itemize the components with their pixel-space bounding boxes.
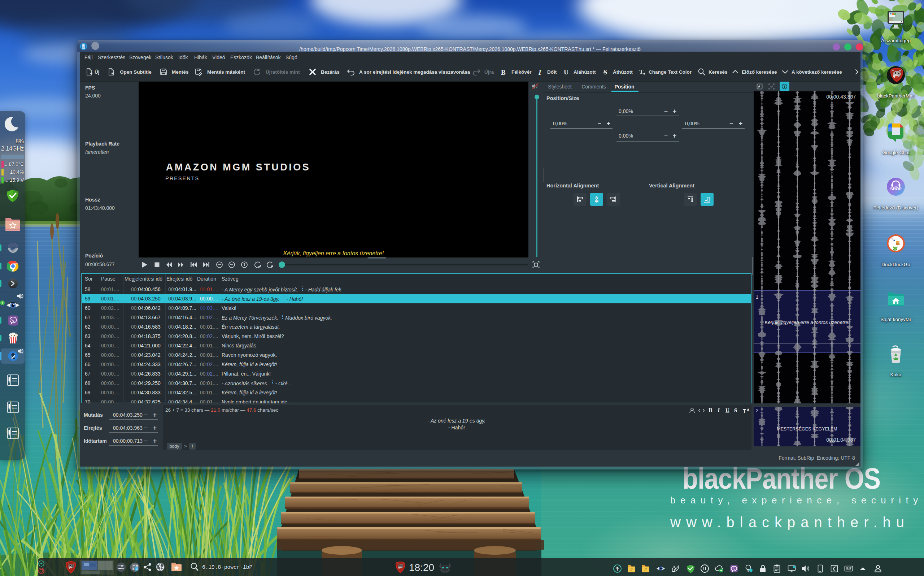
svg-text:#: # <box>644 567 647 572</box>
svg-text:#: # <box>630 567 633 572</box>
svg-text:SHOP: SHOP <box>890 187 901 191</box>
svg-text:T: T <box>639 68 643 75</box>
